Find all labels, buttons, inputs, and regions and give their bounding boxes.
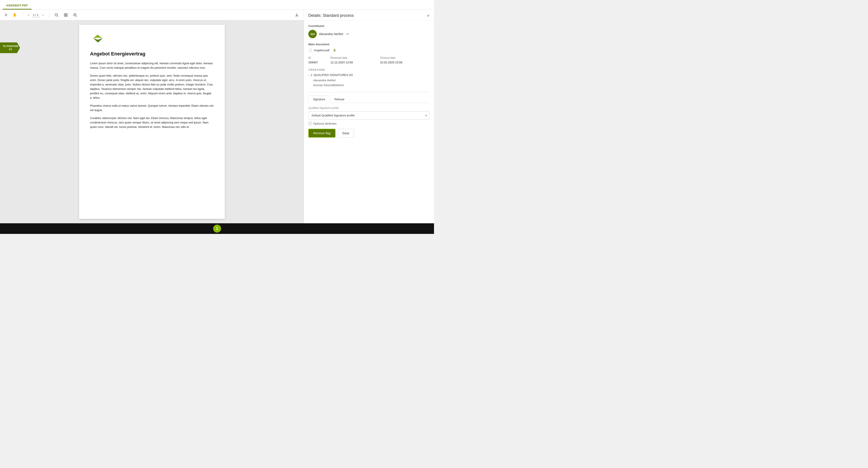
main-document-section: Main document 📄 Angebot.pdf xyxy=(308,43,430,52)
meta-received-header: Received date xyxy=(331,56,380,60)
to-position-line1: TO POSITION xyxy=(3,44,18,48)
pdf-document-body: Lorem ipsum dolor sit amet, consectetuer… xyxy=(90,61,214,129)
meta-id-value: 309467 xyxy=(308,61,331,64)
zoom-in-button[interactable] xyxy=(72,12,79,18)
optional-attributes-label: Optional attributes xyxy=(313,122,337,125)
pdf-logo xyxy=(90,34,105,43)
meta-table: ID Received date Timeout date 309467 12.… xyxy=(308,56,430,64)
download-button[interactable] xyxy=(293,12,300,18)
meta-timeout-value: 10.02.2025 23:59 xyxy=(380,61,430,64)
tab-bar: ANGEBOT.PDF xyxy=(0,0,434,10)
document-name: Angebot.pdf xyxy=(314,49,329,52)
optional-attributes[interactable]: i Optional attributes xyxy=(308,122,430,125)
iteration-label: 1: QUALIFIED SIGNATURES 0/2 xyxy=(311,73,353,76)
profile-select[interactable]: Default Qualified Signature profile xyxy=(308,111,430,120)
meta-timeout-header: Timeout date xyxy=(380,56,430,60)
divider xyxy=(308,92,430,92)
profile-select-wrapper: Default Qualified Signature profile ▾ xyxy=(308,111,430,120)
svg-line-8 xyxy=(76,16,77,17)
constituent-label: Constituent xyxy=(308,24,430,28)
document-download-icon[interactable] xyxy=(333,48,336,52)
main-content: A ✋ ‹ 1 / 1 › xyxy=(0,10,434,223)
pdf-panel: A ✋ ‹ 1 / 1 › xyxy=(0,10,304,223)
pdf-paragraph-1: Lorem ipsum dolor sit amet, consectetuer… xyxy=(90,61,214,70)
step-indicator: 1 xyxy=(213,225,221,232)
tabs-row: Signature Refusal xyxy=(308,95,430,103)
pdf-tab[interactable]: ANGEBOT.PDF xyxy=(3,2,32,9)
svg-marker-11 xyxy=(93,35,102,38)
to-position-line2: 1/1 xyxy=(3,48,18,51)
email-icon: ✉ xyxy=(346,32,349,36)
constituent-row: AH Alexandra Herfert ✉ xyxy=(308,30,430,38)
right-panel: Details: Standard process × Constituent … xyxy=(304,10,434,223)
svg-rect-5 xyxy=(64,15,66,17)
meta-received-value: 12.12.2024 13:59 xyxy=(331,61,380,64)
signer-1: Alexandra Herfert xyxy=(313,78,430,83)
panel-header: Details: Standard process × xyxy=(304,10,434,21)
pdf-paragraph-4: Curabitur ullamcorper ultricies nisi. Na… xyxy=(90,116,214,129)
svg-rect-3 xyxy=(64,13,66,15)
main-document-label: Main document xyxy=(308,43,430,46)
svg-marker-12 xyxy=(93,38,102,42)
signer-2: Gunnar Geschäftsführer xyxy=(313,83,430,88)
action-buttons: Remove flag Save xyxy=(308,129,430,137)
pdf-navigation: ‹ 1 / 1 › xyxy=(27,12,45,18)
document-row: 📄 Angebot.pdf xyxy=(308,48,430,52)
iterations-label: ITERATIONS xyxy=(308,68,430,71)
tab-refusal[interactable]: Refusal xyxy=(330,96,349,103)
to-position-tag[interactable]: TO POSITION 1/1 xyxy=(0,42,20,53)
svg-line-1 xyxy=(57,16,58,17)
svg-rect-4 xyxy=(66,13,67,15)
info-icon: i xyxy=(308,122,312,125)
constituent-name: Alexandra Herfert xyxy=(319,32,343,36)
meta-id-header: ID xyxy=(308,56,331,60)
svg-rect-6 xyxy=(66,15,67,17)
prev-page-button[interactable]: ‹ xyxy=(27,12,30,18)
document-icon: 📄 xyxy=(308,49,312,52)
pdf-paragraph-3: Phasellus viverra nulla ut metus varius … xyxy=(90,103,214,113)
pdf-document: Angebot Energievertrag Lorem ipsum dolor… xyxy=(79,25,225,219)
hand-tool-button[interactable]: ✋ xyxy=(11,12,18,18)
text-tool-button[interactable]: A xyxy=(3,12,9,18)
panel-title: Details: Standard process xyxy=(308,13,354,18)
save-button[interactable]: Save xyxy=(338,129,354,137)
iterations-section: ITERATIONS › 1: QUALIFIED SIGNATURES 0/2… xyxy=(308,68,430,88)
iteration-row[interactable]: › 1: QUALIFIED SIGNATURES 0/2 xyxy=(308,73,430,76)
close-button[interactable]: × xyxy=(427,13,430,18)
pdf-toolbar: A ✋ ‹ 1 / 1 › xyxy=(0,10,304,20)
remove-flag-button[interactable]: Remove flag xyxy=(308,129,336,137)
tab-signature[interactable]: Signature xyxy=(308,96,330,103)
fit-page-button[interactable] xyxy=(62,12,69,18)
zoom-out-button[interactable] xyxy=(53,12,60,18)
pdf-document-title: Angebot Energievertrag xyxy=(90,51,214,57)
pdf-viewer[interactable]: TO POSITION 1/1 Angebot Energievertrag L… xyxy=(0,20,304,223)
page-indicator[interactable]: 1 / 1 xyxy=(32,13,40,17)
panel-content: Constituent AH Alexandra Herfert ✉ Main … xyxy=(304,21,434,223)
pdf-paragraph-2: Donec quam felis, ultricies nec, pellent… xyxy=(90,73,214,100)
iteration-arrow: › xyxy=(308,74,309,76)
next-page-button[interactable]: › xyxy=(41,12,45,18)
avatar: AH xyxy=(308,30,317,38)
bottom-bar: 1 xyxy=(0,223,434,234)
iteration-signers: Alexandra Herfert Gunnar Geschäftsführer xyxy=(308,78,430,88)
profile-label: Qualified Signature profile xyxy=(308,106,430,110)
